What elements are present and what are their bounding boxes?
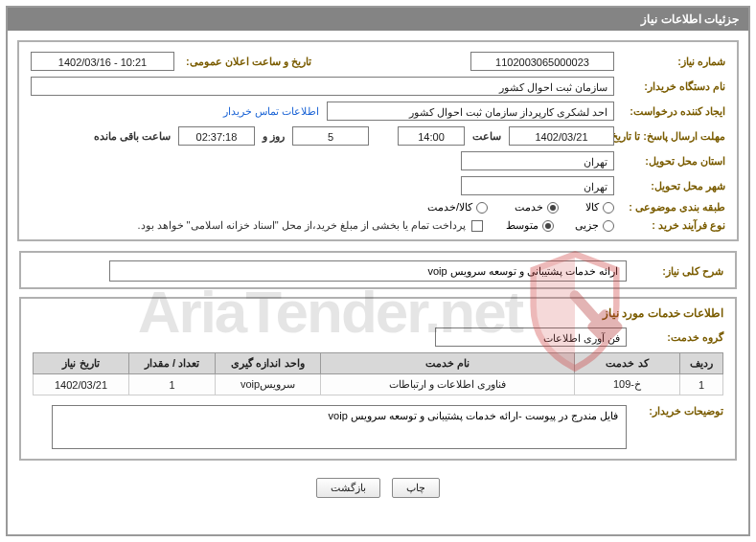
days-and-label: روز و	[263, 130, 285, 143]
buyer-contact-link[interactable]: اطلاعات تماس خریدار	[223, 105, 319, 118]
radio-goods[interactable]: کالا	[585, 201, 614, 214]
col-date: تاریخ نیاز	[34, 353, 129, 374]
print-button[interactable]: چاپ	[392, 478, 440, 498]
need-description-value: ارائه خدمات پشتیبانی و توسعه سرویس voip	[109, 260, 627, 282]
announce-datetime-value: 1402/03/16 - 10:21	[31, 52, 174, 71]
announce-datetime-label: تاریخ و ساعت اعلان عمومی:	[186, 56, 311, 68]
cell-name: فناوری اطلاعات و ارتباطات	[321, 374, 575, 395]
process-type-radio-group: جزیی متوسط	[506, 219, 614, 232]
service-group-value: فن آوری اطلاعات	[435, 327, 627, 347]
page-title: جزئیات اطلاعات نیاز	[641, 12, 739, 26]
radio-icon	[603, 202, 614, 214]
radio-medium-label: متوسط	[506, 219, 538, 232]
radio-medium[interactable]: متوسط	[506, 219, 554, 232]
radio-icon	[603, 220, 614, 232]
services-section-title: اطلاعات خدمات مورد نیاز	[33, 306, 723, 320]
col-name: نام خدمت	[321, 353, 575, 374]
radio-service-label: خدمت	[515, 201, 543, 214]
radio-icon	[542, 220, 554, 232]
radio-service[interactable]: خدمت	[515, 201, 559, 214]
back-button[interactable]: بازگشت	[316, 478, 380, 498]
col-unit: واحد اندازه گیری	[216, 353, 321, 374]
delivery-province-label: استان محل تحویل:	[620, 155, 725, 168]
services-block: اطلاعات خدمات مورد نیاز گروه خدمت: فن آو…	[19, 297, 737, 461]
treasury-note: پرداخت تمام یا بخشی از مبلغ خرید،از محل …	[137, 219, 466, 232]
service-group-label: گروه خدمت:	[632, 331, 723, 344]
category-label: طبقه بندی موضوعی :	[620, 201, 725, 214]
deadline-date-value: 1402/03/21	[509, 126, 614, 146]
services-table: ردیف کد خدمت نام خدمت واحد اندازه گیری ت…	[33, 352, 723, 395]
col-qty: تعداد / مقدار	[129, 353, 216, 374]
countdown-time-value: 02:37:18	[178, 126, 255, 146]
delivery-province-value: تهران	[461, 151, 614, 170]
deadline-time-value: 14:00	[398, 126, 465, 146]
days-remaining-value: 5	[292, 126, 369, 146]
category-radio-group: کالا خدمت کالا/خدمت	[427, 201, 614, 214]
cell-code: خ-109	[575, 374, 680, 395]
remaining-label: ساعت باقی مانده	[94, 130, 171, 143]
cell-qty: 1	[129, 374, 216, 395]
main-form: شماره نیاز: 1102003065000023 تاریخ و ساع…	[17, 40, 739, 241]
buyer-notes-label: توضیحات خریدار:	[632, 405, 723, 418]
radio-goods-service[interactable]: کالا/خدمت	[427, 201, 488, 214]
deadline-label: مهلت ارسال پاسخ: تا تاریخ:	[620, 129, 725, 143]
need-number-value: 1102003065000023	[470, 52, 614, 71]
time-word-label: ساعت	[472, 130, 501, 143]
footer-buttons: چاپ بازگشت	[8, 466, 748, 504]
radio-minor-label: جزیی	[575, 219, 599, 232]
radio-goods-label: کالا	[585, 201, 599, 214]
requester-value: احد لشکری کارپرداز سازمان ثبت احوال کشور	[327, 102, 614, 121]
table-row: 1 خ-109 فناوری اطلاعات و ارتباطات سرویسv…	[34, 374, 723, 395]
need-description-block: شرح کلی نیاز: ارائه خدمات پشتیبانی و توس…	[19, 251, 737, 289]
requester-label: ایجاد کننده درخواست:	[620, 105, 725, 118]
radio-icon	[476, 202, 488, 214]
process-type-label: نوع فرآیند خرید :	[620, 219, 725, 232]
need-description-label: شرح کلی نیاز:	[632, 265, 723, 278]
cell-date: 1402/03/21	[34, 374, 129, 395]
cell-row: 1	[680, 374, 723, 395]
col-row: ردیف	[680, 353, 723, 374]
cell-unit: سرویسvoip	[216, 374, 321, 395]
buyer-notes-value: فایل مندرج در پیوست -ارائه خدمات پشتیبان…	[52, 405, 627, 449]
need-number-label: شماره نیاز:	[620, 56, 725, 68]
buyer-org-value: سازمان ثبت احوال کشور	[31, 77, 614, 96]
radio-goods-service-label: کالا/خدمت	[427, 201, 472, 214]
radio-icon	[547, 202, 559, 214]
delivery-city-value: تهران	[461, 176, 614, 195]
buyer-org-label: نام دستگاه خریدار:	[620, 80, 725, 93]
col-code: کد خدمت	[575, 353, 680, 374]
delivery-city-label: شهر محل تحویل:	[620, 180, 725, 192]
page-title-bar: جزئیات اطلاعات نیاز	[8, 8, 748, 31]
treasury-checkbox[interactable]	[471, 220, 483, 232]
radio-minor[interactable]: جزیی	[575, 219, 614, 232]
